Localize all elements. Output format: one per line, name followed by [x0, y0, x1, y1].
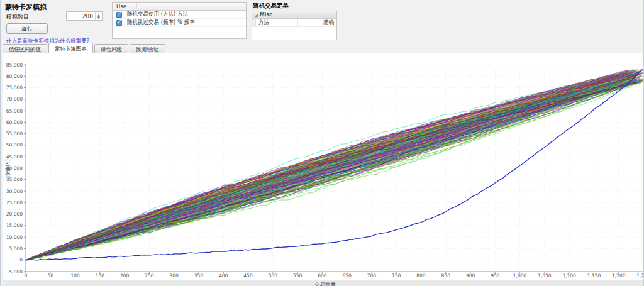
tab-monte-carlo-chart[interactable]: 蒙特卡洛图表	[48, 43, 93, 53]
use-option-row[interactable]: 随机交易使用 (方法) 方法	[113, 11, 246, 19]
x-tick-label: 700	[367, 273, 377, 278]
x-tick-label: 200	[120, 273, 130, 278]
simulation-count-stepper[interactable]: 200 ▲▼	[66, 11, 103, 21]
x-tick-label: 650	[342, 273, 352, 278]
x-tick-label: 350	[194, 273, 204, 278]
y-tick-label: 50,000	[6, 142, 23, 148]
x-tick-label: 950	[491, 273, 500, 278]
simulation-count-label: 模拟数目	[6, 13, 29, 21]
x-tick-label: 500	[269, 273, 278, 278]
y-tick-label: 60,000	[6, 119, 23, 125]
y-tick-label: 30,000	[6, 189, 23, 194]
simulation-count-row: 模拟数目 200 ▲▼	[5, 11, 106, 21]
x-tick-label: 450	[243, 273, 253, 278]
y-tick-label: 20,000	[6, 211, 23, 217]
y-tick-label: 80,000	[6, 74, 23, 79]
x-tick-label: 600	[318, 273, 327, 278]
x-tick-label: 1,050	[538, 273, 552, 278]
properties-grid: ◢Misc 方法 准确	[252, 11, 337, 40]
y-tick-label: 55,000	[6, 131, 23, 136]
x-tick-label: 1,100	[562, 273, 576, 278]
use-option-row[interactable]: 随机跳过交易 (频率) % 频率	[113, 19, 246, 27]
property-row[interactable]: 方法 准确	[252, 19, 336, 27]
option-label: 随机跳过交易 (频率) % 频率	[127, 19, 195, 26]
x-tick-label: 1,000	[513, 273, 527, 278]
x-tick-label: 150	[96, 273, 105, 278]
monte-carlo-simulation-window: 蒙特卡罗模拟 模拟数目 200 ▲▼ 运行 什么是蒙特卡罗模拟为什么很重要? U…	[0, 0, 644, 286]
tab-confidence-intervals[interactable]: 信任区间的值	[3, 44, 47, 53]
x-tick-label: 900	[466, 273, 475, 278]
y-tick-label: 0	[19, 257, 23, 263]
y-tick-label: 10,000	[6, 234, 23, 240]
checkbox[interactable]	[116, 20, 122, 26]
x-tick-label: 1,150	[587, 273, 601, 278]
run-button[interactable]: 运行	[6, 23, 48, 34]
group-label: Misc	[260, 12, 272, 18]
tab-risk-of-ruin[interactable]: 爆仓风险	[94, 44, 128, 53]
settings-toolbar: 蒙特卡罗模拟 模拟数目 200 ▲▼ 运行 什么是蒙特卡罗模拟为什么很重要? U…	[1, 0, 643, 41]
x-tick-label: 300	[170, 273, 179, 278]
tab-prediction-validation[interactable]: 预测/验证	[130, 44, 165, 53]
column-separator	[136, 3, 137, 9]
x-tick-label: 550	[293, 273, 303, 278]
property-value[interactable]: 准确	[298, 19, 336, 26]
option-label: 随机交易使用 (方法) 方法	[127, 11, 188, 18]
x-axis-title: 交易数量	[314, 282, 336, 286]
y-tick-label: 5,000	[9, 246, 23, 251]
x-tick-label: 1,200	[612, 273, 626, 278]
y-tick-label: 75,000	[6, 85, 23, 91]
misc-group-header[interactable]: ◢Misc	[252, 11, 336, 19]
monte-carlo-chart: -5,00005,00010,00015,00020,00025,00030,0…	[3, 53, 643, 280]
property-key: 方法	[256, 19, 298, 26]
x-tick-label: 800	[416, 273, 426, 278]
y-tick-label: -5,000	[8, 269, 23, 275]
use-column-header: Use	[113, 3, 246, 11]
panel-title: 蒙特卡罗模拟	[5, 3, 109, 12]
y-tick-label: 15,000	[6, 223, 23, 228]
y-axis-title: 净值($)	[4, 159, 11, 177]
checkbox[interactable]	[116, 12, 122, 18]
x-tick-label: 850	[441, 273, 451, 278]
y-tick-label: 65,000	[6, 108, 23, 114]
x-tick-label: 100	[70, 273, 80, 278]
y-tick-label: 85,000	[6, 62, 23, 68]
stepper-arrows-icon[interactable]: ▲▼	[95, 12, 102, 20]
simulation-panel: 蒙特卡罗模拟 模拟数目 200 ▲▼ 运行 什么是蒙特卡罗模拟为什么很重要?	[5, 3, 109, 40]
tab-bar: 信任区间的值 蒙特卡洛图表 爆仓风险 预测/验证	[3, 43, 167, 53]
use-header-label: Use	[116, 3, 126, 9]
x-tick-label: 400	[219, 273, 228, 278]
random-order-panel: 随机交易定单 ◢Misc 方法 准确	[252, 2, 337, 40]
use-options-panel: Use 随机交易使用 (方法) 方法 随机跳过交易 (频率) % 频率	[112, 2, 247, 39]
y-tick-label: 25,000	[6, 200, 23, 206]
simulation-count-value[interactable]: 200	[67, 13, 95, 19]
y-tick-label: 45,000	[6, 154, 23, 160]
monte-carlo-chart-panel: -5,00005,00010,00015,00020,00025,00030,0…	[3, 53, 644, 280]
x-tick-label: 1,250	[636, 273, 643, 278]
panel-title: 随机交易定单	[253, 2, 337, 10]
x-tick-label: 750	[392, 273, 401, 278]
y-tick-label: 70,000	[6, 96, 23, 102]
x-tick-label: 0	[25, 273, 28, 278]
x-tick-label: 250	[145, 273, 154, 278]
collapse-triangle-icon: ◢	[255, 13, 258, 17]
x-tick-label: 50	[48, 273, 54, 278]
